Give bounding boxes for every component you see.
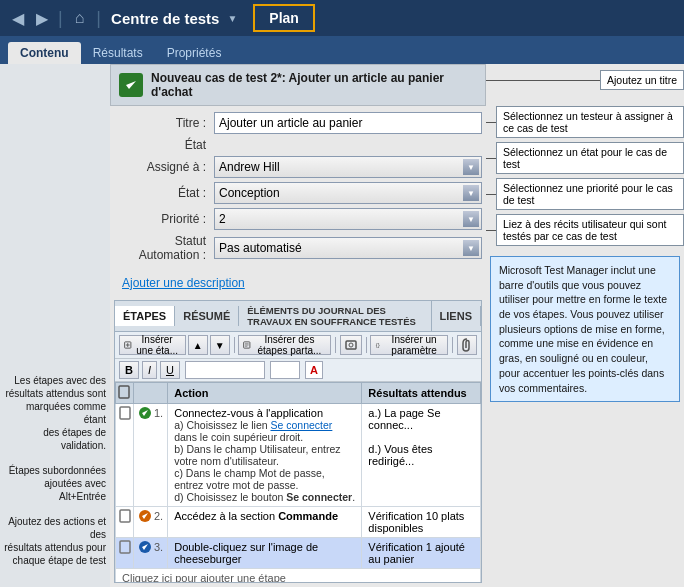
step3-action[interactable]: Double-cliquez sur l'image de cheeseburg…	[168, 538, 362, 569]
underline-button[interactable]: U	[160, 361, 180, 379]
steps-tbody: 1. Connectez-vous à l'application a) Cho…	[116, 404, 481, 569]
plan-button[interactable]: Plan	[253, 4, 315, 32]
automation-select[interactable]: Pas automatisé ▼	[214, 237, 482, 259]
move-up-button[interactable]: ▲	[188, 335, 208, 355]
ann-add-actions: Ajoutez des actions et des résultats att…	[4, 515, 106, 567]
ann-priority-box: Sélectionnez une priorité pour le cas de…	[496, 178, 684, 210]
ann-status-box: Sélectionnez un état pour le cas de test	[496, 142, 684, 174]
clip-header-icon	[118, 385, 130, 399]
step2-action[interactable]: Accédez à la section Commande	[168, 507, 362, 538]
table-row[interactable]: 2. Accédez à la section Commande Vérific…	[116, 507, 481, 538]
format-toolbar: B I U A	[115, 359, 481, 382]
steps-tab-resume[interactable]: RÉSUMÉ	[175, 306, 239, 326]
tab-resultats[interactable]: Résultats	[81, 42, 155, 64]
assigned-row: Assigné à : Andrew Hill ▼	[110, 156, 486, 178]
step1-result: a.) La page Se connec... d.) Vous êtes r…	[362, 404, 481, 507]
step1-icon	[138, 406, 152, 420]
italic-button[interactable]: I	[142, 361, 157, 379]
svg-rect-19	[120, 541, 130, 553]
ann-title-line	[486, 80, 600, 81]
step2-result: Vérification 10 plats disponibles	[362, 507, 481, 538]
font-color-icon: A	[310, 364, 318, 376]
step1-link[interactable]: Se connecter	[270, 419, 332, 431]
tabs-bar: Contenu Résultats Propriétés	[0, 36, 684, 64]
step1-action-title: Connectez-vous à l'application	[174, 407, 355, 419]
toolbar-sep4	[452, 337, 453, 353]
svg-rect-16	[120, 510, 130, 522]
clip-icon	[119, 509, 131, 523]
ann-priority-line	[486, 194, 496, 195]
insert-step-button[interactable]: Insérer une éta...	[119, 335, 186, 355]
status-arrow: ▼	[463, 185, 479, 201]
step1-clip	[116, 404, 134, 507]
add-description-link[interactable]: Ajouter une description	[122, 276, 245, 290]
step2-icon	[138, 509, 152, 523]
automation-value: Pas automatisé	[217, 241, 463, 255]
title-row: Titre :	[110, 112, 486, 134]
ann-priority-row: Sélectionnez une priorité pour le cas de…	[486, 178, 684, 210]
toolbar-sep3	[366, 337, 367, 353]
ann-link-line	[486, 230, 496, 231]
toolbar-sep1	[234, 337, 235, 353]
home-button[interactable]: ⌂	[69, 7, 91, 29]
attach-button[interactable]	[457, 335, 477, 355]
step3-clip	[116, 538, 134, 569]
separator1: |	[58, 8, 63, 29]
step1-action-details: a) Choisissez le lien Se connecter dans …	[174, 419, 355, 503]
steps-toolbar: Insérer une éta... ▲ ▼ Insérer des étape…	[115, 332, 481, 359]
priority-select[interactable]: 2 ▼	[214, 208, 482, 230]
ann-title-box: Ajoutez un titre	[600, 70, 684, 90]
step3-action-text: Double-cliquez sur l'image de cheeseburg…	[174, 541, 318, 565]
ann-tester-row: Sélectionnez un testeur à assigner à ce …	[486, 106, 684, 138]
table-row[interactable]: 3. Double-cliquez sur l'image de cheeseb…	[116, 538, 481, 569]
screenshot-button[interactable]	[340, 335, 362, 355]
automation-arrow: ▼	[463, 240, 479, 256]
table-row[interactable]: 1. Connectez-vous à l'application a) Cho…	[116, 404, 481, 507]
svg-rect-9	[346, 341, 356, 349]
insert-param-button[interactable]: {} Insérer un paramètre	[370, 335, 448, 355]
title-input[interactable]	[214, 112, 482, 134]
bold-button[interactable]: B	[119, 361, 139, 379]
steps-tab-liens[interactable]: LIENS	[432, 306, 481, 326]
steps-tab-etapes[interactable]: ÉTAPES	[115, 306, 175, 326]
clip-icon	[119, 406, 131, 420]
forward-button[interactable]: ▶	[32, 7, 52, 30]
svg-point-10	[349, 343, 353, 347]
svg-text:{}: {}	[376, 342, 380, 349]
insert-steps-button[interactable]: Insérer des étapes parta...	[238, 335, 331, 355]
ann-link-box: Liez à des récits utilisateur qui sont t…	[496, 214, 684, 246]
font-family-select[interactable]	[185, 361, 265, 379]
font-color-button[interactable]: A	[305, 361, 323, 379]
steps-tab-journal[interactable]: ÉLÉMENTS DU JOURNAL DES TRAVAUX EN SOUFF…	[239, 301, 431, 331]
ann-blue-box: Microsoft Test Manager inclut une barre …	[490, 256, 680, 402]
step1-action[interactable]: Connectez-vous à l'application a) Choisi…	[168, 404, 362, 507]
app-dropdown[interactable]: ▼	[223, 13, 241, 24]
ann-tester-box: Sélectionnez un testeur à assigner à ce …	[496, 106, 684, 138]
assigned-select[interactable]: Andrew Hill ▼	[214, 156, 482, 178]
step1-btn-label: Se connecter	[286, 491, 352, 503]
step3-icon	[138, 540, 152, 554]
automation-label: Statut Automation :	[114, 234, 214, 262]
toolbar-sep2	[335, 337, 336, 353]
ann-title-row: Ajoutez un titre	[486, 70, 684, 90]
move-down-button[interactable]: ▼	[210, 335, 230, 355]
table-header-row: Action Résultats attendus	[116, 383, 481, 404]
status-label: État :	[114, 186, 214, 200]
step3-result: Vérification 1 ajouté au panier	[362, 538, 481, 569]
assigned-arrow: ▼	[463, 159, 479, 175]
case-title: Nouveau cas de test 2*: Ajouter un artic…	[151, 71, 477, 99]
tab-proprietes[interactable]: Propriétés	[155, 42, 234, 64]
insert-param-label: Insérer un paramètre	[385, 334, 444, 356]
font-size-select[interactable]	[270, 361, 300, 379]
step3-result-text: Vérification 1 ajouté au panier	[368, 541, 465, 565]
attach-icon	[462, 338, 472, 352]
add-step-row[interactable]: Cliquez ici pour ajouter une étape	[115, 569, 481, 582]
back-button[interactable]: ◀	[8, 7, 28, 30]
status-select[interactable]: Conception ▼	[214, 182, 482, 204]
ann-sub-steps: Étapes subordonnées ajoutées avec Alt+En…	[4, 464, 106, 503]
ann-tester-line	[486, 122, 496, 123]
tab-contenu[interactable]: Contenu	[8, 42, 81, 64]
insert-steps-icon	[243, 339, 251, 351]
step3-num: 3.	[134, 538, 168, 569]
priority-arrow: ▼	[463, 211, 479, 227]
